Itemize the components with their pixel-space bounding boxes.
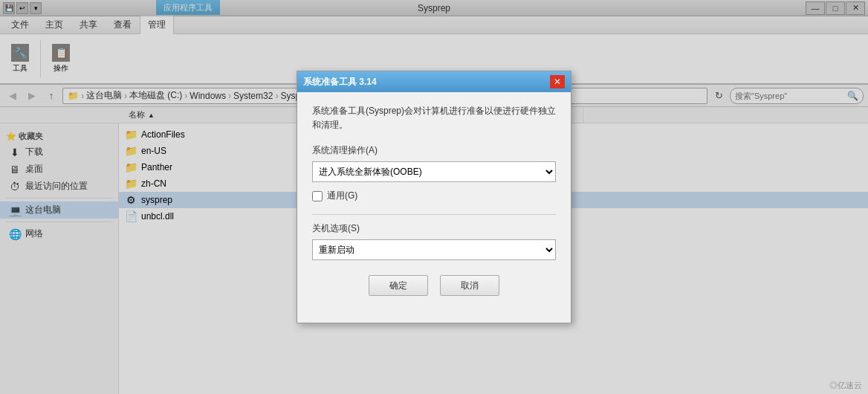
dialog-buttons: 确定 取消 xyxy=(312,275,556,296)
generalize-checkbox[interactable] xyxy=(312,191,323,201)
cleanup-action-label: 系统清理操作(A) xyxy=(312,144,556,157)
dialog-ok-button[interactable]: 确定 xyxy=(369,275,428,296)
generalize-checkbox-row: 通用(G) xyxy=(312,190,556,202)
dialog-cancel-button[interactable]: 取消 xyxy=(440,275,499,296)
generalize-label[interactable]: 通用(G) xyxy=(327,190,357,202)
dialog-overlay: 系统准备工具 3.14 ✕ 系统准备工具(Sysprep)会对计算机进行准备以便… xyxy=(0,0,868,394)
dialog-description: 系统准备工具(Sysprep)会对计算机进行准备以便进行硬件独立和清理。 xyxy=(312,104,556,132)
shutdown-select[interactable]: 重新启动 关机 退出 xyxy=(313,240,555,259)
shutdown-label: 关机选项(S) xyxy=(312,222,556,235)
dialog-title-bar: 系统准备工具 3.14 ✕ xyxy=(297,71,571,92)
cleanup-action-select[interactable]: 进入系统全新体验(OOBE) 进入审核模式 xyxy=(313,162,555,181)
dialog-separator xyxy=(312,214,556,215)
dialog-close-button[interactable]: ✕ xyxy=(550,75,565,88)
dialog-body: 系统准备工具(Sysprep)会对计算机进行准备以便进行硬件独立和清理。 系统清… xyxy=(297,92,571,308)
sysprep-dialog: 系统准备工具 3.14 ✕ 系统准备工具(Sysprep)会对计算机进行准备以便… xyxy=(297,71,571,323)
dialog-title: 系统准备工具 3.14 xyxy=(303,76,377,88)
